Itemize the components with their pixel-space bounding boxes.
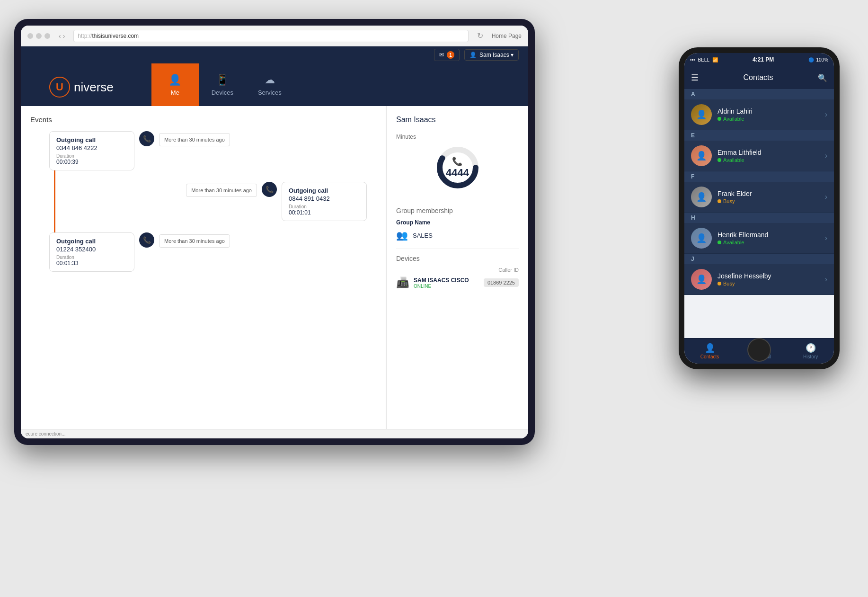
user-icon: 👤 [469,52,477,58]
tab-me[interactable]: 👤 Me [151,63,199,106]
event-card-1: Outgoing call 0344 846 4222 Duration 00:… [49,131,134,170]
contact-item-emma[interactable]: 👤 Emma Lithfield Available › [684,141,834,171]
event-time-2: More than 30 minutes ago [186,184,257,197]
tab-devices[interactable]: 📱 Devices [199,63,246,106]
tablet-screen: ‹ › http:// thisisuniverse.com ↻ Home Pa… [21,26,528,438]
phone-home-button[interactable] [747,338,771,362]
event-number-2: 0844 891 0432 [289,195,360,202]
phone-search-icon[interactable]: 🔍 [818,73,827,82]
event-duration-label-2: Duration [289,204,360,209]
section-header-j: J [684,254,834,264]
minimize-dot[interactable] [36,33,42,39]
contact-item-frank[interactable]: 👤 Frank Elder Busy › [684,182,834,213]
phone-carrier-area: ••• BELL 📶 [690,57,718,62]
contact-item-josefine[interactable]: 👤 Josefine Hesselby Busy › [684,264,834,295]
bluetooth-icon: 🔵 [808,57,814,62]
device-item-1: 📠 SAM ISAACS CISCO ONLINE 01869 2225 [396,276,519,289]
contacts-tab-icon: 👤 [705,343,715,353]
avatar-aldrin: 👤 [691,104,712,125]
browser-traffic-lights [27,33,50,39]
phone-battery: 100% [816,57,828,62]
phone-header: ☰ Contacts 🔍 [684,66,834,89]
event-time-1: More than 30 minutes ago [159,133,230,146]
timeline-event-1: Outgoing call 0344 846 4222 Duration 00:… [40,131,376,170]
notification-button[interactable]: ✉ 1 [434,49,460,61]
phone-tab-history[interactable]: 🕐 History [803,343,818,359]
wifi-icon: 📶 [712,57,718,62]
contact-info-emma: Emma Lithfield Available [717,149,819,163]
event-type-2: Outgoing call [289,187,360,194]
status-bar: ecure connection... [21,429,528,438]
contact-status-frank: Busy [717,198,819,204]
close-dot[interactable] [27,33,33,39]
phone-status-bar: ••• BELL 📶 4:21 PM 🔵 100% [684,53,834,66]
top-bar: ✉ 1 👤 Sam Isaacs ▾ [21,46,528,63]
back-button[interactable]: ‹ [59,32,61,40]
event-duration-label-3: Duration [56,255,127,260]
device-number: 01869 2225 [484,278,519,287]
user-menu[interactable]: 👤 Sam Isaacs ▾ [464,49,519,61]
device-name: SAM ISAACS CISCO [414,277,469,284]
forward-button[interactable]: › [63,32,65,40]
contact-info-josefine: Josefine Hesselby Busy [717,272,819,286]
phone-icon: 📞 [446,156,469,167]
event-card-3: Outgoing call 01224 352400 Duration 00:0… [49,232,134,272]
avatar-frank: 👤 [691,187,712,207]
status-text: ecure connection... [26,431,66,437]
avatar-josefine: 👤 [691,269,712,290]
device-info: SAM ISAACS CISCO ONLINE [414,277,469,289]
contact-status-josefine: Busy [717,281,819,286]
events-title: Events [30,116,376,124]
contact-item-henrik[interactable]: 👤 Henrik Ellermand Available › [684,223,834,254]
home-page-label: Home Page [492,33,522,39]
minutes-section: Minutes 📞 4444 [396,134,519,191]
phone-time: 4:21 PM [753,56,774,63]
devices-section-title: Devices [396,249,519,262]
url-domain: thisisuniverse.com [92,33,139,39]
services-tab-label: Services [258,89,282,96]
event-time-3: More than 30 minutes ago [159,234,230,248]
contacts-tab-label: Contacts [700,354,719,359]
maximize-dot[interactable] [44,33,50,39]
devices-tab-icon: 📱 [216,74,229,86]
timeline-event-3: Outgoing call 01224 352400 Duration 00:0… [40,232,376,272]
url-protocol: http:// [78,33,92,39]
logo-letter: U [56,81,63,93]
phone-battery-area: 🔵 100% [808,57,828,62]
group-icon: 👥 [396,230,408,241]
contact-info-aldrin: Aldrin Lahiri Available [717,107,819,122]
history-tab-label: History [803,354,818,359]
contact-status-emma: Available [717,157,819,163]
address-bar[interactable]: http:// thisisuniverse.com [73,30,468,42]
donut-center: 📞 4444 [446,156,469,179]
phone-tab-contacts[interactable]: 👤 Contacts [700,343,719,359]
status-text-josefine: Busy [723,281,735,286]
logo-text: niverse [74,80,114,95]
contact-status-aldrin: Available [717,116,819,122]
status-text-frank: Busy [723,198,735,204]
app-content: ✉ 1 👤 Sam Isaacs ▾ U niverse [21,46,528,438]
phone-device: ••• BELL 📶 4:21 PM 🔵 100% ☰ Contacts 🔍 A… [679,47,840,369]
refresh-icon[interactable]: ↻ [477,31,483,40]
avatar-henrik: 👤 [691,228,712,249]
event-number-3: 01224 352400 [56,246,127,253]
contact-item-aldrin[interactable]: 👤 Aldrin Lahiri Available › [684,99,834,130]
timeline-dot-3: 📞 [139,232,154,248]
event-duration-label-1: Duration [56,153,127,159]
status-dot-henrik [717,241,721,244]
section-header-h: H [684,213,834,223]
nav-tabs: 👤 Me 📱 Devices ☁ Services [151,63,293,106]
avatar-emma: 👤 [691,145,712,166]
hamburger-icon[interactable]: ☰ [691,72,699,83]
chevron-frank: › [825,193,827,201]
timeline: Outgoing call 0344 846 4222 Duration 00:… [30,131,376,272]
timeline-dot-2: 📞 [262,182,277,197]
minutes-label: Minutes [396,134,519,140]
event-duration-2: 00:01:01 [289,209,360,216]
section-header-e: E [684,130,834,141]
profile-user-name: Sam Isaacs [396,116,519,124]
tab-services[interactable]: ☁ Services [246,63,293,106]
phone-contacts-list: A 👤 Aldrin Lahiri Available › E 👤 Emma L… [684,89,834,338]
fax-icon: 📠 [396,276,409,289]
event-type-3: Outgoing call [56,238,127,245]
